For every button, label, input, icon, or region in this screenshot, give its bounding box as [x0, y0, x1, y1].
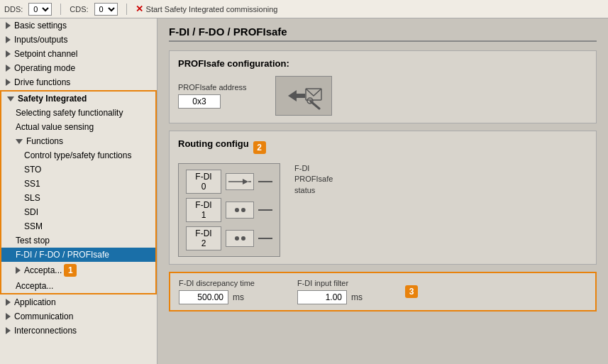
- dot-pair-1: [235, 208, 245, 212]
- sidebar-item-label: Control type/safety functions: [24, 150, 131, 160]
- arrow-connector-icon: [228, 176, 251, 187]
- input-filter-input-row: ms: [297, 290, 363, 304]
- sidebar-item-basic-settings[interactable]: Basic settings: [0, 18, 157, 33]
- sidebar-item-label: STO: [24, 165, 41, 175]
- fdi-status-area: F-DIPROFIsafestatus: [294, 163, 333, 196]
- dot: [241, 236, 245, 241]
- sidebar-item-ss1[interactable]: SS1: [1, 177, 155, 191]
- routing-config-title: Routing configu: [178, 138, 249, 149]
- fdi-connector-2[interactable]: [226, 230, 254, 247]
- start-commissioning-button[interactable]: ✕ Start Safety Integrated commissioning: [136, 4, 278, 14]
- fdi-box: F-DI 0 F-DI: [178, 163, 280, 257]
- divider: [60, 4, 61, 15]
- discrepancy-input-row: ms: [179, 290, 255, 304]
- sidebar-item-label: Test stop: [16, 236, 50, 246]
- dot: [235, 208, 239, 212]
- sidebar-item-safety-integrated[interactable]: Safety Integrated: [1, 92, 155, 106]
- sidebar-item-label: Basic settings: [14, 21, 67, 31]
- discrepancy-group: F-DI discrepancy time ms: [179, 279, 255, 304]
- sidebar-item-inputs-outputs[interactable]: Inputs/outputs: [0, 33, 157, 47]
- input-filter-group: F-DI input filter ms: [297, 279, 363, 304]
- collapse-icon: [6, 299, 11, 306]
- profi-address-label: PROFIsafe address: [178, 83, 247, 92]
- sidebar-item-setpoint-channel[interactable]: Setpoint channel: [0, 47, 157, 61]
- profi-address-input[interactable]: [178, 94, 221, 109]
- dds-select[interactable]: 0: [28, 3, 52, 16]
- fdi-status-label: F-DIPROFIsafestatus: [294, 163, 333, 196]
- sidebar-item-label: Inputs/outputs: [14, 35, 67, 45]
- cds-select[interactable]: 0: [94, 3, 118, 16]
- sidebar-item-label: Selecting safety functionality: [16, 108, 123, 118]
- sidebar-item-interconnections[interactable]: Interconnections: [0, 324, 157, 338]
- expand-icon: [16, 139, 23, 144]
- x-icon: ✕: [136, 4, 143, 14]
- sidebar-item-selecting-safety[interactable]: Selecting safety functionality: [1, 106, 155, 120]
- collapse-icon: [6, 36, 11, 43]
- expand-icon: [7, 96, 14, 101]
- sidebar-item-application[interactable]: Application: [0, 295, 157, 309]
- profi-config-content: PROFIsafe address: [178, 76, 587, 116]
- main-area: Basic settings Inputs/outputs Setpoint c…: [0, 18, 608, 364]
- routing-badge: 2: [253, 141, 266, 154]
- sidebar-item-label: Operating mode: [14, 63, 75, 73]
- sidebar-item-functions[interactable]: Functions: [1, 134, 155, 148]
- sidebar-item-label: SLS: [24, 193, 40, 203]
- sidebar-item-label: Safety Integrated: [18, 94, 87, 104]
- dot: [241, 208, 245, 212]
- input-filter-unit: ms: [351, 292, 363, 302]
- sidebar-item-actual-value[interactable]: Actual value sensing: [1, 120, 155, 134]
- fdi-connector-0[interactable]: [226, 173, 254, 190]
- fdi-connector-1[interactable]: [226, 202, 254, 219]
- collapse-icon: [6, 65, 11, 72]
- collapse-icon: [6, 79, 11, 86]
- sidebar-item-fdi-fdo[interactable]: F-DI / F-DO / PROFIsafe: [1, 248, 155, 262]
- sidebar-item-accepta1[interactable]: Accepta... 1: [1, 262, 155, 279]
- discrepancy-input[interactable]: [179, 290, 228, 304]
- routing-title-row: Routing configu 2: [178, 138, 587, 156]
- fdi-line-0: [258, 181, 272, 182]
- page-title: F-DI / F-DO / PROFIsafe: [169, 26, 597, 42]
- fdi-row-1: F-DI 1: [186, 198, 272, 222]
- sidebar-item-control-type[interactable]: Control type/safety functions: [1, 148, 155, 162]
- sidebar: Basic settings Inputs/outputs Setpoint c…: [0, 18, 157, 364]
- sidebar-item-label: Application: [14, 297, 56, 307]
- content-area: F-DI / F-DO / PROFIsafe PROFIsafe config…: [157, 18, 608, 364]
- sidebar-item-operating-mode[interactable]: Operating mode: [0, 61, 157, 75]
- sidebar-item-sls[interactable]: SLS: [1, 191, 155, 205]
- profi-address-group: PROFIsafe address: [178, 83, 247, 109]
- dds-label: DDS:: [4, 5, 23, 13]
- sidebar-item-sto[interactable]: STO: [1, 162, 155, 177]
- profi-icon-box: [275, 76, 332, 116]
- sidebar-item-label: Accepta...: [16, 281, 53, 291]
- input-filter-input[interactable]: [297, 290, 347, 304]
- discrepancy-unit: ms: [233, 292, 244, 302]
- fdi-line-2: [258, 238, 272, 239]
- svg-marker-1: [243, 179, 248, 184]
- sidebar-item-label: F-DI / F-DO / PROFIsafe: [16, 250, 109, 260]
- fdi-row-0: F-DI 0: [186, 170, 272, 194]
- sidebar-item-communication[interactable]: Communication: [0, 309, 157, 324]
- sidebar-item-label: Interconnections: [14, 326, 77, 336]
- collapse-icon: [6, 22, 11, 29]
- toolbar: DDS: 0 CDS: 0 ✕ Start Safety Integrated …: [0, 0, 608, 18]
- input-filter-label: F-DI input filter: [297, 279, 363, 287]
- dot: [235, 236, 239, 241]
- collapse-icon: [16, 267, 21, 274]
- fdi-label-0: F-DI 0: [186, 170, 221, 194]
- badge-1: 1: [64, 264, 77, 277]
- collapse-icon: [6, 327, 11, 334]
- sidebar-item-label: SDI: [24, 207, 38, 217]
- collapse-icon: [6, 50, 11, 57]
- routing-config-panel: Routing configu 2 F-DI 0: [169, 131, 597, 265]
- sidebar-item-label: Communication: [14, 311, 73, 321]
- sidebar-item-drive-functions[interactable]: Drive functions: [0, 75, 157, 89]
- sidebar-item-accepta2[interactable]: Accepta...: [1, 279, 155, 293]
- content-inner: F-DI / F-DO / PROFIsafe PROFIsafe config…: [157, 18, 608, 319]
- sidebar-item-test-stop[interactable]: Test stop: [1, 233, 155, 248]
- filter-panel: F-DI discrepancy time ms F-DI input filt…: [169, 272, 597, 311]
- fdi-row-2: F-DI 2: [186, 226, 272, 250]
- sidebar-item-sdi[interactable]: SDI: [1, 205, 155, 219]
- fdi-line-1: [258, 209, 272, 211]
- sidebar-item-label: Drive functions: [14, 77, 70, 87]
- sidebar-item-ssm[interactable]: SSM: [1, 219, 155, 233]
